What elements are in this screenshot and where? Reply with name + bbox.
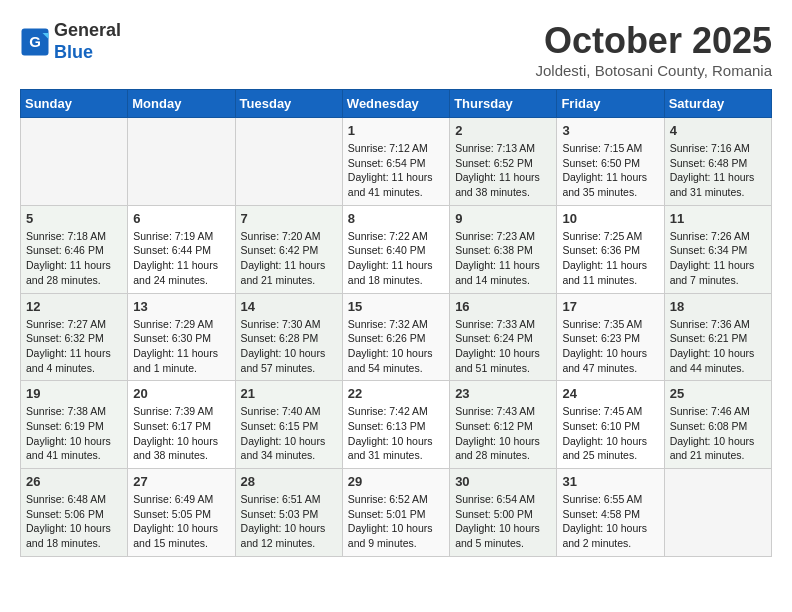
day-info: Sunrise: 7:29 AM Sunset: 6:30 PM Dayligh… xyxy=(133,317,229,376)
day-info: Sunrise: 7:45 AM Sunset: 6:10 PM Dayligh… xyxy=(562,404,658,463)
calendar-cell: 24Sunrise: 7:45 AM Sunset: 6:10 PM Dayli… xyxy=(557,381,664,469)
calendar-cell: 2Sunrise: 7:13 AM Sunset: 6:52 PM Daylig… xyxy=(450,118,557,206)
week-row-3: 12Sunrise: 7:27 AM Sunset: 6:32 PM Dayli… xyxy=(21,293,772,381)
weekday-header-tuesday: Tuesday xyxy=(235,90,342,118)
calendar-cell: 1Sunrise: 7:12 AM Sunset: 6:54 PM Daylig… xyxy=(342,118,449,206)
day-info: Sunrise: 7:13 AM Sunset: 6:52 PM Dayligh… xyxy=(455,141,551,200)
logo-text: General Blue xyxy=(54,20,121,63)
day-info: Sunrise: 6:51 AM Sunset: 5:03 PM Dayligh… xyxy=(241,492,337,551)
day-info: Sunrise: 7:25 AM Sunset: 6:36 PM Dayligh… xyxy=(562,229,658,288)
location: Joldesti, Botosani County, Romania xyxy=(535,62,772,79)
calendar-cell: 18Sunrise: 7:36 AM Sunset: 6:21 PM Dayli… xyxy=(664,293,771,381)
day-info: Sunrise: 7:12 AM Sunset: 6:54 PM Dayligh… xyxy=(348,141,444,200)
day-info: Sunrise: 7:27 AM Sunset: 6:32 PM Dayligh… xyxy=(26,317,122,376)
day-info: Sunrise: 7:36 AM Sunset: 6:21 PM Dayligh… xyxy=(670,317,766,376)
day-info: Sunrise: 7:15 AM Sunset: 6:50 PM Dayligh… xyxy=(562,141,658,200)
day-info: Sunrise: 6:49 AM Sunset: 5:05 PM Dayligh… xyxy=(133,492,229,551)
day-number: 3 xyxy=(562,123,658,138)
calendar-cell: 7Sunrise: 7:20 AM Sunset: 6:42 PM Daylig… xyxy=(235,205,342,293)
weekday-header-thursday: Thursday xyxy=(450,90,557,118)
calendar-cell: 8Sunrise: 7:22 AM Sunset: 6:40 PM Daylig… xyxy=(342,205,449,293)
day-number: 10 xyxy=(562,211,658,226)
calendar-cell: 26Sunrise: 6:48 AM Sunset: 5:06 PM Dayli… xyxy=(21,469,128,557)
day-number: 7 xyxy=(241,211,337,226)
day-number: 18 xyxy=(670,299,766,314)
day-number: 9 xyxy=(455,211,551,226)
calendar-cell: 21Sunrise: 7:40 AM Sunset: 6:15 PM Dayli… xyxy=(235,381,342,469)
calendar-cell: 3Sunrise: 7:15 AM Sunset: 6:50 PM Daylig… xyxy=(557,118,664,206)
calendar-cell: 31Sunrise: 6:55 AM Sunset: 4:58 PM Dayli… xyxy=(557,469,664,557)
calendar-cell: 17Sunrise: 7:35 AM Sunset: 6:23 PM Dayli… xyxy=(557,293,664,381)
week-row-4: 19Sunrise: 7:38 AM Sunset: 6:19 PM Dayli… xyxy=(21,381,772,469)
week-row-1: 1Sunrise: 7:12 AM Sunset: 6:54 PM Daylig… xyxy=(21,118,772,206)
day-info: Sunrise: 6:55 AM Sunset: 4:58 PM Dayligh… xyxy=(562,492,658,551)
day-info: Sunrise: 7:43 AM Sunset: 6:12 PM Dayligh… xyxy=(455,404,551,463)
calendar-cell: 4Sunrise: 7:16 AM Sunset: 6:48 PM Daylig… xyxy=(664,118,771,206)
calendar-cell xyxy=(21,118,128,206)
calendar-cell: 20Sunrise: 7:39 AM Sunset: 6:17 PM Dayli… xyxy=(128,381,235,469)
day-info: Sunrise: 7:16 AM Sunset: 6:48 PM Dayligh… xyxy=(670,141,766,200)
day-number: 5 xyxy=(26,211,122,226)
calendar-cell xyxy=(235,118,342,206)
weekday-header-saturday: Saturday xyxy=(664,90,771,118)
day-number: 11 xyxy=(670,211,766,226)
day-info: Sunrise: 7:22 AM Sunset: 6:40 PM Dayligh… xyxy=(348,229,444,288)
calendar-cell: 27Sunrise: 6:49 AM Sunset: 5:05 PM Dayli… xyxy=(128,469,235,557)
day-info: Sunrise: 7:26 AM Sunset: 6:34 PM Dayligh… xyxy=(670,229,766,288)
day-number: 6 xyxy=(133,211,229,226)
calendar-cell: 6Sunrise: 7:19 AM Sunset: 6:44 PM Daylig… xyxy=(128,205,235,293)
day-info: Sunrise: 7:20 AM Sunset: 6:42 PM Dayligh… xyxy=(241,229,337,288)
weekday-header-sunday: Sunday xyxy=(21,90,128,118)
week-row-5: 26Sunrise: 6:48 AM Sunset: 5:06 PM Dayli… xyxy=(21,469,772,557)
calendar-cell: 13Sunrise: 7:29 AM Sunset: 6:30 PM Dayli… xyxy=(128,293,235,381)
day-number: 17 xyxy=(562,299,658,314)
day-info: Sunrise: 6:48 AM Sunset: 5:06 PM Dayligh… xyxy=(26,492,122,551)
day-number: 14 xyxy=(241,299,337,314)
weekday-header-row: SundayMondayTuesdayWednesdayThursdayFrid… xyxy=(21,90,772,118)
day-info: Sunrise: 6:52 AM Sunset: 5:01 PM Dayligh… xyxy=(348,492,444,551)
calendar-table: SundayMondayTuesdayWednesdayThursdayFrid… xyxy=(20,89,772,557)
day-number: 30 xyxy=(455,474,551,489)
calendar-cell: 11Sunrise: 7:26 AM Sunset: 6:34 PM Dayli… xyxy=(664,205,771,293)
day-number: 4 xyxy=(670,123,766,138)
day-info: Sunrise: 7:39 AM Sunset: 6:17 PM Dayligh… xyxy=(133,404,229,463)
calendar-cell: 14Sunrise: 7:30 AM Sunset: 6:28 PM Dayli… xyxy=(235,293,342,381)
day-number: 29 xyxy=(348,474,444,489)
day-info: Sunrise: 7:38 AM Sunset: 6:19 PM Dayligh… xyxy=(26,404,122,463)
day-info: Sunrise: 7:33 AM Sunset: 6:24 PM Dayligh… xyxy=(455,317,551,376)
day-info: Sunrise: 7:19 AM Sunset: 6:44 PM Dayligh… xyxy=(133,229,229,288)
week-row-2: 5Sunrise: 7:18 AM Sunset: 6:46 PM Daylig… xyxy=(21,205,772,293)
day-number: 24 xyxy=(562,386,658,401)
svg-text:G: G xyxy=(29,32,41,49)
calendar-cell: 22Sunrise: 7:42 AM Sunset: 6:13 PM Dayli… xyxy=(342,381,449,469)
calendar-cell: 29Sunrise: 6:52 AM Sunset: 5:01 PM Dayli… xyxy=(342,469,449,557)
day-info: Sunrise: 7:40 AM Sunset: 6:15 PM Dayligh… xyxy=(241,404,337,463)
weekday-header-wednesday: Wednesday xyxy=(342,90,449,118)
page-header: G General Blue October 2025 Joldesti, Bo… xyxy=(20,20,772,79)
calendar-cell: 16Sunrise: 7:33 AM Sunset: 6:24 PM Dayli… xyxy=(450,293,557,381)
day-number: 21 xyxy=(241,386,337,401)
day-number: 25 xyxy=(670,386,766,401)
day-number: 27 xyxy=(133,474,229,489)
day-number: 12 xyxy=(26,299,122,314)
weekday-header-monday: Monday xyxy=(128,90,235,118)
calendar-cell xyxy=(664,469,771,557)
day-info: Sunrise: 7:23 AM Sunset: 6:38 PM Dayligh… xyxy=(455,229,551,288)
day-info: Sunrise: 6:54 AM Sunset: 5:00 PM Dayligh… xyxy=(455,492,551,551)
title-block: October 2025 Joldesti, Botosani County, … xyxy=(535,20,772,79)
day-info: Sunrise: 7:18 AM Sunset: 6:46 PM Dayligh… xyxy=(26,229,122,288)
day-info: Sunrise: 7:35 AM Sunset: 6:23 PM Dayligh… xyxy=(562,317,658,376)
day-number: 28 xyxy=(241,474,337,489)
calendar-cell: 9Sunrise: 7:23 AM Sunset: 6:38 PM Daylig… xyxy=(450,205,557,293)
day-number: 26 xyxy=(26,474,122,489)
calendar-cell: 23Sunrise: 7:43 AM Sunset: 6:12 PM Dayli… xyxy=(450,381,557,469)
day-info: Sunrise: 7:42 AM Sunset: 6:13 PM Dayligh… xyxy=(348,404,444,463)
day-number: 31 xyxy=(562,474,658,489)
calendar-cell: 28Sunrise: 6:51 AM Sunset: 5:03 PM Dayli… xyxy=(235,469,342,557)
day-number: 19 xyxy=(26,386,122,401)
calendar-cell: 12Sunrise: 7:27 AM Sunset: 6:32 PM Dayli… xyxy=(21,293,128,381)
day-number: 23 xyxy=(455,386,551,401)
calendar-cell xyxy=(128,118,235,206)
day-info: Sunrise: 7:32 AM Sunset: 6:26 PM Dayligh… xyxy=(348,317,444,376)
day-number: 16 xyxy=(455,299,551,314)
